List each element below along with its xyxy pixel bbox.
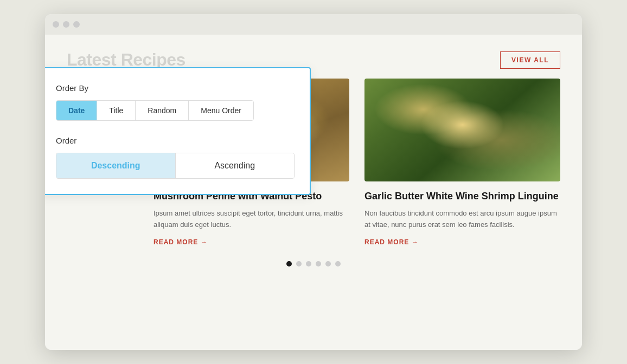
pagination [45,261,582,266]
view-all-button[interactable]: VIEW ALL [500,51,560,69]
browser-dot-red [53,21,59,28]
card-2-image [364,79,560,181]
browser-dot-green [73,21,80,28]
pagination-dot-1[interactable] [286,261,292,266]
pagination-dot-6[interactable] [335,261,341,266]
browser-titlebar [45,14,582,35]
card-2: Garlic Butter White Wine Shrimp Linguine… [364,79,560,246]
pagination-dot-3[interactable] [306,261,311,266]
pagination-dot-4[interactable] [316,261,321,266]
order-by-random-button[interactable]: Random [136,101,189,120]
browser-dot-yellow [63,21,69,28]
order-label: Order [56,136,295,145]
order-by-date-button[interactable]: Date [56,101,97,120]
order-by-label: Order By [56,83,295,93]
pagination-dot-5[interactable] [325,261,331,266]
card-2-read-more[interactable]: READ MORE → [364,238,560,246]
order-descending-button[interactable]: Descending [56,153,176,178]
card-1-text: Ipsum amet ultrices suscipit eget tortor… [153,208,349,231]
card-2-title: Garlic Butter White Wine Shrimp Linguine [364,190,560,203]
pagination-dot-2[interactable] [296,261,302,266]
browser-window: Latest Recipes VIEW ALL Chimichurri Pote… [45,14,582,350]
order-by-menu-order-button[interactable]: Menu Order [189,101,253,120]
card-2-text: Non faucibus tincidunt commodo est arcu … [364,208,560,231]
card-1-read-more[interactable]: READ MORE → [153,238,349,246]
order-by-panel: Order By Date Title Random Menu Order Or… [45,67,311,195]
order-by-title-button[interactable]: Title [97,101,136,120]
order-button-group: Descending Ascending [56,153,295,179]
order-ascending-button[interactable]: Ascending [176,153,295,178]
browser-content: Latest Recipes VIEW ALL Chimichurri Pote… [45,35,582,350]
order-by-button-group: Date Title Random Menu Order [56,100,254,121]
